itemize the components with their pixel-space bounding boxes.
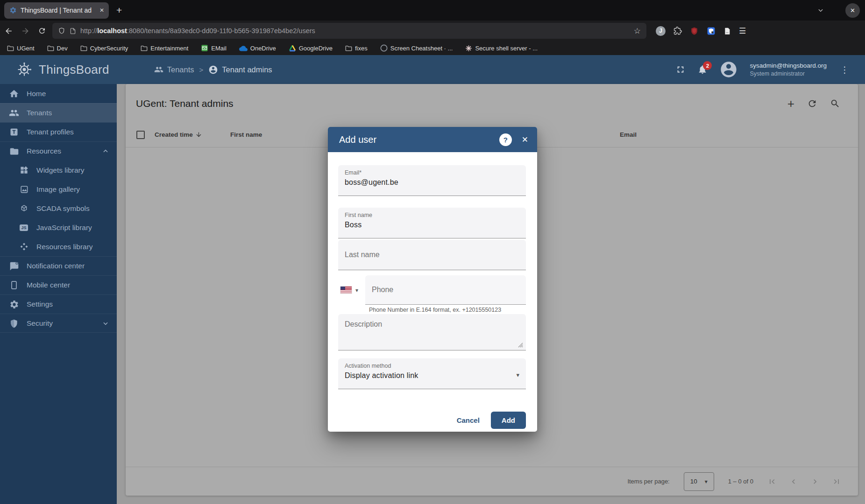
- sidebar-item-security[interactable]: Security: [0, 314, 117, 333]
- bookmark-star-icon[interactable]: ☆: [634, 26, 641, 36]
- resize-handle-icon[interactable]: [518, 343, 523, 348]
- sidebar-item-tenant-profiles[interactable]: Tenant profiles: [0, 122, 117, 141]
- bookmark-github-cheatsheet[interactable]: Screen Cheatsheet · ...: [380, 44, 453, 52]
- user-avatar-icon[interactable]: [719, 60, 738, 79]
- user-info[interactable]: sysadmin@thingsboard.org System administ…: [750, 62, 827, 77]
- bookmark-folder-fixes[interactable]: fixes: [345, 45, 368, 52]
- privacy-shield-icon[interactable]: [707, 27, 716, 35]
- sidebar-item-home[interactable]: Home: [0, 84, 117, 103]
- sidebar-item-tenants[interactable]: Tenants: [0, 103, 117, 122]
- diamonds-icon: [18, 242, 29, 251]
- browser-toolbar: http://localhost:8080/tenants/8a93edc0-d…: [0, 21, 865, 41]
- breadcrumb-tenants[interactable]: Tenants: [154, 65, 194, 74]
- notification-badge: 2: [703, 61, 712, 70]
- forward-button[interactable]: [17, 27, 34, 35]
- folder-icon: [8, 147, 20, 156]
- gear-icon: [8, 300, 20, 309]
- menu-hamburger-icon[interactable]: ☰: [739, 26, 746, 36]
- back-button[interactable]: [0, 27, 17, 35]
- last-name-placeholder: Last name: [345, 251, 380, 259]
- url-bar[interactable]: http://localhost:8080/tenants/8a93edc0-d…: [52, 23, 646, 39]
- first-name-field[interactable]: First name Boss: [338, 208, 526, 238]
- sidebar-item-widgets-library[interactable]: Widgets library: [0, 161, 117, 180]
- bookmark-folder-dev[interactable]: Dev: [47, 45, 68, 52]
- us-flag-icon: [340, 287, 352, 294]
- sidebar-item-resources[interactable]: Resources: [0, 141, 117, 161]
- email-value: boss@ugent.be: [345, 178, 519, 187]
- browser-tab[interactable]: ThingsBoard | Tenant ad ✕: [4, 2, 109, 19]
- site-shield-icon[interactable]: [58, 27, 65, 35]
- url-text: http://localhost:8080/tenants/8a93edc0-d…: [80, 27, 315, 35]
- description-field[interactable]: Description: [338, 314, 526, 350]
- header-kebab-menu-icon[interactable]: ⋮: [838, 64, 851, 75]
- profile-avatar-icon[interactable]: J: [656, 26, 666, 36]
- sidebar-item-resources-library[interactable]: Resources library: [0, 237, 117, 256]
- activation-method-select[interactable]: Activation method Display activation lin…: [338, 358, 526, 389]
- scada-cube-icon: [18, 204, 29, 213]
- activation-method-value: Display activation link: [345, 371, 519, 380]
- sidebar-item-settings[interactable]: Settings: [0, 294, 117, 314]
- window-close-icon: ✕: [850, 7, 855, 14]
- bookmark-email[interactable]: EMail: [201, 44, 227, 52]
- description-placeholder: Description: [345, 320, 519, 329]
- bookmark-secure-shell[interactable]: Secure shell server - ...: [465, 45, 538, 52]
- country-code-select[interactable]: ▾: [338, 275, 365, 305]
- bookmark-folder-entertainment[interactable]: Entertainment: [141, 45, 188, 52]
- add-button[interactable]: Add: [491, 412, 526, 429]
- image-icon: [18, 185, 29, 194]
- sidebar-item-javascript-library[interactable]: JS JavaScript library: [0, 218, 117, 237]
- sidebar-item-notification-center[interactable]: Notification center: [0, 256, 117, 275]
- tab-list-chevron-icon[interactable]: [817, 7, 824, 14]
- email-label: Email*: [345, 169, 519, 176]
- notification-bubble-icon: [8, 261, 20, 271]
- chevron-down-icon: [102, 320, 109, 327]
- breadcrumb: Tenants > Tenant admins: [154, 65, 272, 75]
- thingsboard-favicon-icon: [9, 7, 17, 14]
- user-role: System administrator: [750, 70, 827, 77]
- person-circle-icon: [208, 65, 218, 75]
- app-header: ThingsBoard Tenants > Tenant admins: [0, 55, 865, 84]
- extension-icons: J: [656, 26, 731, 36]
- breadcrumb-tenant-admins[interactable]: Tenant admins: [208, 65, 272, 75]
- brand-name: ThingsBoard: [39, 63, 109, 77]
- widgets-icon: [18, 166, 29, 175]
- sidebar-item-mobile-center[interactable]: Mobile center: [0, 275, 117, 294]
- first-name-label: First name: [345, 212, 519, 218]
- bookmarks-bar: UGent Dev CyberSecurity Entertainment EM…: [0, 41, 865, 55]
- email-field[interactable]: Email* boss@ugent.be: [338, 165, 526, 196]
- brand[interactable]: ThingsBoard: [16, 61, 109, 78]
- extensions-puzzle-icon[interactable]: [674, 27, 682, 35]
- notifications-bell-icon[interactable]: 2: [697, 64, 708, 75]
- cancel-button[interactable]: Cancel: [452, 412, 484, 429]
- phone-field[interactable]: Phone: [365, 275, 526, 305]
- home-icon: [8, 89, 20, 99]
- page-info-icon[interactable]: [70, 28, 76, 35]
- people-icon: [154, 65, 163, 74]
- sidebar-item-scada-symbols[interactable]: SCADA symbols: [0, 199, 117, 218]
- bookmark-onedrive[interactable]: OneDrive: [239, 45, 276, 52]
- window-close-button[interactable]: ✕: [845, 3, 860, 18]
- tab-title: ThingsBoard | Tenant ad: [21, 7, 96, 14]
- new-tab-button[interactable]: +: [116, 5, 122, 16]
- tab-close-icon[interactable]: ✕: [99, 7, 104, 14]
- user-email: sysadmin@thingsboard.org: [750, 62, 827, 70]
- help-icon[interactable]: ?: [499, 133, 512, 146]
- ublock-icon[interactable]: [690, 27, 699, 35]
- sidebar-item-image-gallery[interactable]: Image gallery: [0, 180, 117, 199]
- javascript-icon: JS: [18, 224, 29, 231]
- dialog-close-icon[interactable]: ✕: [522, 135, 528, 145]
- add-user-dialog: Add user ? ✕ Email* boss@ugent.be First …: [328, 127, 537, 432]
- fullscreen-icon[interactable]: [675, 64, 686, 75]
- bookmark-folder-cybersecurity[interactable]: CyberSecurity: [80, 45, 128, 52]
- reload-button[interactable]: [34, 27, 50, 35]
- tenant-profiles-icon: [8, 127, 20, 137]
- bookmark-folder-ugent[interactable]: UGent: [7, 45, 35, 52]
- tenants-icon: [8, 108, 20, 118]
- sidebar: Home Tenants Tenant profiles Resources W…: [0, 84, 117, 504]
- reader-doc-icon[interactable]: [723, 27, 731, 35]
- phone-hint: Phone Number in E.164 format, ex. +12015…: [369, 307, 501, 313]
- last-name-field[interactable]: Last name: [338, 240, 526, 270]
- chevron-up-icon: [102, 148, 109, 154]
- bookmark-googledrive[interactable]: GoogleDrive: [289, 45, 333, 52]
- shield-icon: [8, 319, 20, 328]
